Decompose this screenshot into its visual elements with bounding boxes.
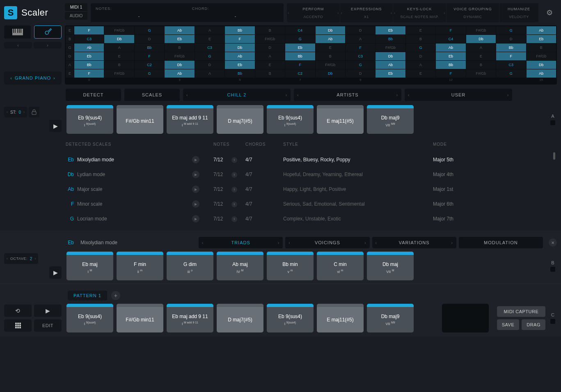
fret-cell[interactable]: Ab: [165, 69, 194, 78]
fret-cell[interactable]: F#/Gb: [316, 61, 345, 69]
fret-cell[interactable]: D: [255, 44, 285, 52]
fret-cell[interactable]: G: [406, 44, 435, 52]
chord-card[interactable]: Eb majI M: [66, 252, 113, 280]
scrollbar[interactable]: [553, 152, 555, 160]
fret-cell[interactable]: Bb: [225, 26, 254, 34]
scale-info-icon[interactable]: i: [231, 157, 237, 163]
fret-cell[interactable]: E: [406, 69, 435, 78]
guitar-view-button[interactable]: [34, 25, 62, 39]
chord-card[interactable]: D maj7(#5): [217, 105, 263, 134]
scale-info-icon[interactable]: i: [231, 202, 237, 207]
fret-cell[interactable]: A: [346, 35, 375, 43]
keyslock-cell[interactable]: ‹ KEYS-LOCK SCALE NOTES MAP. ›: [393, 3, 447, 22]
fret-cell[interactable]: D: [496, 35, 526, 43]
fret-cell[interactable]: G: [346, 61, 375, 69]
fret-cell[interactable]: A: [104, 44, 134, 52]
fret-cell[interactable]: Ab: [316, 35, 345, 43]
scale-info-icon[interactable]: i: [231, 216, 237, 222]
fret-cell[interactable]: Ab: [376, 61, 405, 69]
fret-cell[interactable]: E: [104, 52, 134, 60]
fret-cell[interactable]: Bb: [135, 44, 164, 52]
save-button[interactable]: SAVE: [497, 319, 520, 330]
chord-card[interactable]: Ab majIV M: [217, 252, 263, 280]
edit-button[interactable]: EDIT: [34, 319, 62, 332]
chord-card[interactable]: Eb 9(sus4)I 9(sus4): [267, 304, 314, 332]
fret-cell[interactable]: Eb: [436, 52, 465, 60]
fret-cell[interactable]: F: [496, 52, 526, 60]
pattern-tab[interactable]: PATTERN 1: [68, 291, 107, 300]
fret-cell[interactable]: Db: [104, 35, 134, 43]
fret-cell[interactable]: C3: [496, 61, 526, 69]
fret-cell[interactable]: Ab: [225, 52, 254, 60]
chord-card[interactable]: E maj11(#5): [317, 105, 364, 134]
fret-cell[interactable]: Ab: [436, 44, 465, 52]
fret-cell[interactable]: F#/Gb: [527, 52, 556, 60]
fret-cell[interactable]: B: [466, 61, 496, 69]
fret-cell[interactable]: A: [255, 52, 285, 60]
play-a-button[interactable]: ▶: [49, 120, 62, 132]
fretboard-grid[interactable]: EFF#/GbGAbABbBC4DbDEbEFF#/GbGAbBC3DbDEbE…: [65, 25, 557, 85]
section-b-toggle[interactable]: [550, 267, 555, 272]
fret-cell[interactable]: G: [195, 52, 224, 60]
instrument-selector[interactable]: ‹ GRAND PIANO ›: [4, 71, 62, 85]
fret-cell[interactable]: Ab: [165, 26, 194, 34]
fret-cell[interactable]: Db: [376, 52, 405, 60]
fret-cell[interactable]: Eb: [165, 35, 194, 43]
scale-row[interactable]: GLocrian mode▶7/12i4/7Complex, Unstable,…: [66, 211, 557, 226]
audio-tab[interactable]: AUDIO: [65, 12, 87, 20]
chord-card[interactable]: Bb minv m: [267, 252, 314, 280]
fret-cell[interactable]: F: [225, 35, 254, 43]
fret-cell[interactable]: C3: [195, 44, 224, 52]
fret-cell[interactable]: Eb: [527, 35, 556, 43]
scale-play-icon[interactable]: ▶: [192, 200, 199, 208]
fret-cell[interactable]: D: [135, 35, 164, 43]
fret-cell[interactable]: Ab: [527, 26, 556, 34]
fret-cell[interactable]: F: [74, 26, 104, 34]
mode-tab-detect[interactable]: DETECT: [66, 89, 121, 101]
fret-cell[interactable]: F#/Gb: [104, 69, 134, 78]
fret-cell[interactable]: D: [346, 26, 375, 34]
chord-card[interactable]: Eb maj add 9 11I M add 9 11: [167, 304, 213, 332]
chord-card[interactable]: Eb maj add 9 11I M add 9 11: [167, 105, 213, 134]
lock-button[interactable]: [29, 107, 39, 117]
scale-row[interactable]: FMinor scale▶7/12i4/7Serious, Sad, Emoti…: [66, 197, 557, 211]
grid-toggle-button[interactable]: [4, 319, 32, 332]
fret-cell[interactable]: G: [135, 26, 164, 34]
chord-card[interactable]: F#/Gb min11: [117, 105, 163, 134]
scale-row[interactable]: DbLydian mode▶7/12i4/7Hopeful, Dreamy, Y…: [66, 167, 557, 182]
mode-tab-artists[interactable]: ‹ARTISTS›: [294, 89, 401, 101]
scale-info-icon[interactable]: i: [231, 172, 237, 178]
fret-cell[interactable]: Db: [316, 69, 345, 78]
fret-cell[interactable]: Bb: [74, 61, 104, 69]
fret-cell[interactable]: C4: [285, 26, 315, 34]
fret-cell[interactable]: G: [496, 26, 526, 34]
fret-cell[interactable]: F: [436, 26, 465, 34]
fret-cell[interactable]: C3: [74, 35, 104, 43]
fret-cell[interactable]: Db: [316, 26, 345, 34]
scale-row[interactable]: AbMajor scale▶7/12i4/7Happy, Light, Brig…: [66, 182, 557, 197]
fret-cell[interactable]: Eb: [376, 69, 405, 78]
chord-card[interactable]: Eb 9(sus4)I 9(sus4): [66, 105, 113, 134]
fret-cell[interactable]: Db: [165, 61, 194, 69]
fret-cell[interactable]: F#/Gb: [165, 52, 194, 60]
fret-cell[interactable]: B: [255, 26, 285, 34]
fret-cell[interactable]: Db: [225, 44, 254, 52]
midi-capture-button[interactable]: MIDI CAPTURE: [497, 306, 545, 317]
voicing-tab-variations[interactable]: ‹VARIATIONS›: [372, 237, 456, 248]
settings-icon[interactable]: ⚙: [542, 3, 557, 22]
add-pattern-button[interactable]: +: [111, 291, 120, 300]
fret-cell[interactable]: Eb: [376, 26, 405, 34]
scale-info-icon[interactable]: i: [231, 187, 237, 193]
fret-cell[interactable]: C2: [135, 61, 164, 69]
keyboard-view-button[interactable]: [4, 25, 31, 39]
section-c-toggle[interactable]: [550, 319, 555, 324]
scale-play-icon[interactable]: ▶: [192, 171, 199, 178]
fret-cell[interactable]: E: [255, 61, 285, 69]
fret-cell[interactable]: Ab: [74, 44, 104, 52]
fret-cell[interactable]: B: [406, 35, 435, 43]
fret-cell[interactable]: Bb: [376, 35, 405, 43]
fret-cell[interactable]: F#/Gb: [255, 35, 285, 43]
fret-cell[interactable]: F: [135, 52, 164, 60]
fret-cell[interactable]: Bb: [285, 52, 315, 60]
section-a-toggle[interactable]: [550, 120, 555, 125]
